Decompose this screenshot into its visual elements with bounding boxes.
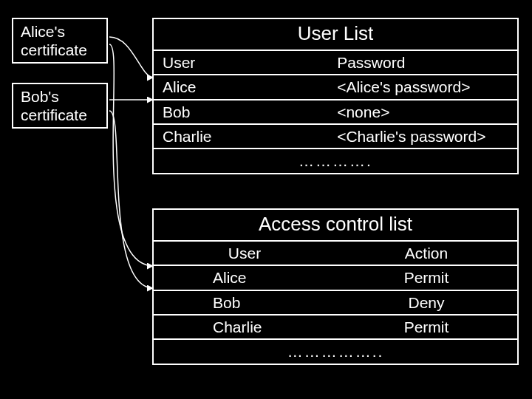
table-row: Bob <none> (154, 100, 517, 125)
certificate-bob: Bob's certificate (12, 83, 108, 129)
table-row: User Password (154, 51, 517, 75)
certificate-bob-label: Bob's certificate (21, 88, 87, 123)
action-cell: Deny (335, 291, 517, 314)
acl-title: Access control list (154, 210, 517, 242)
user-list-table: User List User Password Alice <Alice's p… (152, 18, 519, 174)
user-cell: Alice (154, 75, 328, 98)
user-cell: Alice (154, 266, 335, 289)
arrow-alice-to-acl (109, 44, 154, 266)
table-row: User Action (154, 242, 517, 266)
certificate-alice: Alice's certificate (12, 18, 108, 64)
user-cell: Bob (154, 100, 328, 123)
user-list-header-user: User (154, 51, 328, 74)
acl-header-action: Action (335, 242, 517, 265)
user-list-title: User List (154, 19, 517, 51)
table-row: Bob Deny (154, 291, 517, 316)
password-cell: <none> (328, 100, 517, 123)
password-cell: <Charlie's password> (328, 125, 517, 148)
acl-header-user: User (154, 242, 335, 265)
action-cell: Permit (335, 316, 517, 338)
acl-table: Access control list User Action Alice Pe… (152, 208, 519, 365)
action-cell: Permit (335, 266, 517, 289)
user-list-ellipsis: …………. (154, 149, 517, 173)
table-row: Charlie Permit (154, 316, 517, 340)
user-cell: Charlie (154, 125, 328, 148)
user-cell: Charlie (154, 316, 335, 338)
user-list-header-password: Password (328, 51, 517, 74)
table-row: Alice Permit (154, 266, 517, 290)
certificate-alice-label: Alice's certificate (21, 23, 87, 58)
table-row: Charlie <Charlie's password> (154, 125, 517, 149)
arrow-bob-to-acl (109, 111, 154, 288)
password-cell: <Alice's password> (328, 75, 517, 98)
acl-ellipsis: …………….. (154, 340, 517, 364)
table-row: Alice <Alice's password> (154, 75, 517, 100)
user-cell: Bob (154, 291, 335, 314)
arrow-alice-to-userlist (109, 37, 154, 78)
